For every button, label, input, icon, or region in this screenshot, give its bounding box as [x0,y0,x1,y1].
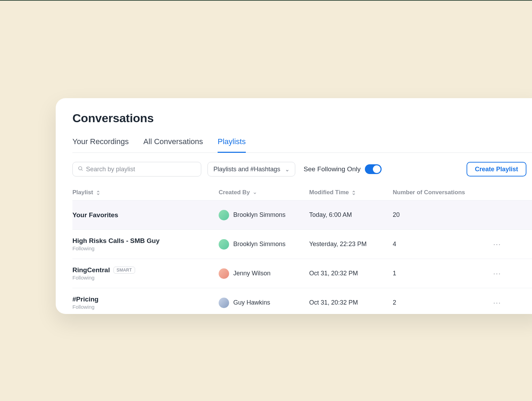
create-playlist-button[interactable]: Create Playlist [467,162,526,176]
playlist-subtext: Following [72,245,219,251]
table-header: Playlist Created By Modified Time Number… [72,185,532,200]
modified-cell: Today, 6:00 AM [309,211,393,219]
col-modified[interactable]: Modified Time [309,189,393,196]
sort-icon [352,190,356,195]
avatar [219,239,229,250]
tab-all-conversations[interactable]: All Conversations [143,137,203,153]
svg-line-1 [81,170,83,171]
search-field[interactable] [72,162,201,176]
creator-name: Brooklyn Simmons [233,241,285,248]
count-cell: 2 [393,299,483,306]
avatar [219,210,229,220]
playlists-table: Playlist Created By Modified Time Number… [72,185,532,314]
chevron-down-icon [253,190,257,195]
follow-toggle-label: See Following Only [304,165,361,173]
tabs: Your RecordingsAll ConversationsPlaylist… [72,137,532,153]
playlist-name: #Pricing [72,296,219,303]
playlist-name: High Risks Calls - SMB Guy [72,237,219,245]
follow-toggle-group: See Following Only [304,164,382,174]
tab-playlists[interactable]: Playlists [218,137,246,153]
search-icon [78,166,83,173]
table-row[interactable]: RingCentralSMARTFollowingJenny WilsonOct… [72,259,532,288]
toolbar: Playlists and #Hashtags See Following On… [72,162,532,176]
table-row[interactable]: High Risks Calls - SMB GuyFollowingBrook… [72,230,532,259]
playlist-subtext: Following [72,304,219,310]
playlist-name: RingCentralSMART [72,266,219,274]
col-created-by-label: Created By [219,189,250,196]
tab-your-recordings[interactable]: Your Recordings [72,137,129,153]
table-row[interactable]: #PricingFollowingGuy HawkinsOct 31, 20:3… [72,288,532,314]
playlist-name: Your Favorites [72,211,219,219]
modified-cell: Oct 31, 20:32 PM [309,270,393,277]
modified-cell: Oct 31, 20:32 PM [309,299,393,306]
creator-name: Brooklyn Simmons [233,211,285,219]
avatar [219,268,229,279]
chevron-down-icon [285,167,289,171]
col-created-by[interactable]: Created By [219,189,309,196]
modified-cell: Yesterday, 22:23 PM [309,241,393,248]
count-cell: 1 [393,270,483,277]
follow-toggle[interactable] [365,164,382,174]
creator-cell: Brooklyn Simmons [219,239,309,250]
conversations-card: Conversations Your RecordingsAll Convers… [56,98,532,314]
search-input[interactable] [86,166,196,173]
smart-badge: SMART [114,267,135,274]
creator-cell: Jenny Wilson [219,268,309,279]
avatar [219,298,229,308]
creator-name: Guy Hawkins [233,299,270,306]
filter-dropdown[interactable]: Playlists and #Hashtags [208,162,295,176]
creator-cell: Brooklyn Simmons [219,210,309,220]
count-cell: 20 [393,211,483,219]
playlist-subtext: Following [72,275,219,281]
table-row[interactable]: Your FavoritesBrooklyn SimmonsToday, 6:0… [72,200,532,230]
col-playlist-label: Playlist [72,189,93,196]
more-menu-icon[interactable]: ··· [483,269,511,277]
count-cell: 4 [393,241,483,248]
sort-icon [96,190,100,195]
col-playlist[interactable]: Playlist [72,189,219,196]
col-count-label: Number of Conversations [393,189,465,196]
col-count: Number of Conversations [393,189,483,196]
page-title: Conversations [72,111,532,125]
svg-point-0 [79,167,82,170]
creator-cell: Guy Hawkins [219,298,309,308]
more-menu-icon[interactable]: ··· [483,299,511,307]
filter-dropdown-label: Playlists and #Hashtags [213,166,280,173]
more-menu-icon[interactable]: ··· [483,240,511,248]
creator-name: Jenny Wilson [233,270,271,277]
col-modified-label: Modified Time [309,189,349,196]
